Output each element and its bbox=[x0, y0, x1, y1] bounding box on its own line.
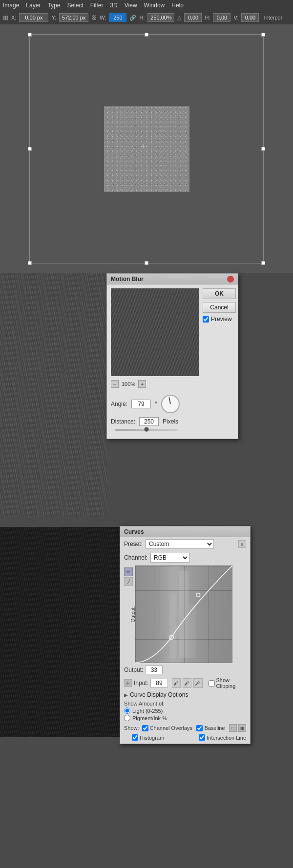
noise-image bbox=[104, 106, 189, 192]
pigment-radio[interactable] bbox=[124, 715, 130, 721]
canvas-area-blur bbox=[0, 273, 107, 517]
handle-bot-right[interactable] bbox=[261, 261, 265, 265]
motion-blur-preview bbox=[111, 288, 199, 376]
handle-mid-right[interactable] bbox=[261, 147, 265, 151]
preset-label: Preset: bbox=[124, 541, 143, 547]
histogram-label: Histogram bbox=[132, 734, 164, 741]
menu-select[interactable]: Select bbox=[67, 2, 83, 9]
curves-result-image bbox=[0, 527, 120, 737]
pigment-option-row: Pigment/Ink % bbox=[124, 715, 246, 721]
handle-top-left[interactable] bbox=[28, 33, 32, 37]
input-group: Input: bbox=[134, 679, 168, 687]
show-clipping-checkbox[interactable] bbox=[209, 680, 215, 686]
channel-overlays-checkbox[interactable] bbox=[142, 725, 148, 731]
show-amount-section: Show Amount of: Light (0-255) Pigment/In… bbox=[120, 699, 250, 723]
rotation-input[interactable] bbox=[184, 13, 202, 22]
display-icon-1[interactable]: □ bbox=[229, 724, 237, 732]
light-option-row: Light (0-255) bbox=[124, 707, 246, 714]
angle-dial[interactable] bbox=[161, 395, 180, 413]
histogram-checkbox[interactable] bbox=[132, 734, 138, 741]
rot-icon: △ bbox=[177, 15, 181, 21]
curves-line bbox=[135, 566, 232, 663]
angle-label: Angle: bbox=[111, 401, 127, 407]
menu-type[interactable]: Type bbox=[47, 2, 60, 9]
menu-view[interactable]: View bbox=[125, 2, 137, 9]
transform-canvas[interactable] bbox=[29, 34, 264, 263]
menu-3d[interactable]: 3D bbox=[110, 2, 117, 9]
menu-help[interactable]: Help bbox=[171, 2, 184, 9]
gray-point-eyedropper[interactable]: 🖋 bbox=[183, 678, 191, 688]
curves-title: Curves bbox=[124, 528, 144, 535]
auto-icon[interactable]: ⊹ bbox=[124, 679, 132, 687]
cancel-button[interactable]: Cancel bbox=[203, 302, 236, 313]
handle-top-center[interactable] bbox=[145, 33, 148, 37]
zoom-out-button[interactable]: − bbox=[111, 380, 119, 388]
transform-icon: ⊞ bbox=[3, 14, 8, 21]
y-input[interactable] bbox=[59, 13, 88, 22]
show-clipping-group: Show Clipping bbox=[209, 677, 247, 689]
zoom-in-button[interactable]: + bbox=[138, 380, 146, 388]
curves-channel-row: Channel: RGB bbox=[120, 551, 250, 565]
ok-button[interactable]: OK bbox=[203, 288, 236, 299]
menu-layer[interactable]: Layer bbox=[26, 2, 41, 9]
input-value[interactable] bbox=[150, 679, 168, 687]
menu-image[interactable]: Image bbox=[3, 2, 19, 9]
v-input[interactable] bbox=[241, 13, 259, 22]
pixels-label: Pixels bbox=[163, 418, 178, 425]
v-label: V: bbox=[233, 15, 238, 20]
preview-label: Preview bbox=[211, 316, 232, 323]
menu-window[interactable]: Window bbox=[144, 2, 165, 9]
handle-bot-center[interactable] bbox=[145, 261, 148, 265]
presets-expand-button[interactable]: ≡ bbox=[238, 540, 246, 548]
curve-display-label: Curve Display Options bbox=[130, 691, 188, 698]
curves-graph[interactable] bbox=[135, 565, 232, 663]
curves-graph-inner bbox=[135, 566, 232, 663]
display-icon-2[interactable]: ▦ bbox=[238, 724, 246, 732]
preset-select[interactable]: Custom bbox=[146, 539, 214, 549]
zoom-value: 100% bbox=[122, 381, 135, 387]
eyedropper-row: ⊹ Input: 🖋 🖋 🖋 Show Clipping bbox=[120, 676, 250, 690]
motion-blur-close-button[interactable] bbox=[227, 276, 234, 283]
h-input[interactable] bbox=[147, 13, 174, 22]
light-radio[interactable] bbox=[124, 707, 130, 714]
canvas-area-top bbox=[0, 24, 293, 273]
slider-thumb[interactable] bbox=[144, 427, 149, 432]
expand-arrow[interactable]: ▶ bbox=[124, 692, 128, 698]
w-input[interactable] bbox=[109, 13, 126, 22]
deg-symbol: ° bbox=[155, 401, 157, 407]
handle-bot-left[interactable] bbox=[28, 261, 32, 265]
curve-point-tool[interactable]: ╱ bbox=[124, 577, 133, 586]
curve-draw-tool[interactable]: ✏ bbox=[124, 567, 133, 576]
canvas-area-curves bbox=[0, 527, 120, 737]
zoom-controls: − 100% + bbox=[111, 380, 199, 388]
h2-input[interactable] bbox=[213, 13, 230, 22]
y-label: Y: bbox=[51, 15, 56, 20]
distance-input[interactable] bbox=[139, 417, 159, 426]
input-label: Input: bbox=[134, 680, 148, 686]
handle-top-right[interactable] bbox=[261, 33, 265, 37]
show-clipping-label: Show Clipping bbox=[216, 677, 247, 689]
angle-input[interactable] bbox=[131, 400, 151, 408]
handle-mid-left[interactable] bbox=[28, 147, 32, 151]
baseline-checkbox[interactable] bbox=[196, 725, 203, 731]
curves-titlebar: Curves bbox=[120, 526, 250, 537]
adjust-icons: ⊹ bbox=[124, 679, 132, 687]
intersection-label: Intersection Line bbox=[199, 734, 246, 741]
black-point-eyedropper[interactable]: 🖋 bbox=[172, 678, 181, 688]
x-label: X: bbox=[11, 15, 16, 20]
distance-slider[interactable] bbox=[115, 429, 178, 431]
intersection-checkbox[interactable] bbox=[199, 734, 205, 741]
white-point-eyedropper[interactable]: 🖋 bbox=[193, 678, 202, 688]
channel-select[interactable]: RGB bbox=[150, 553, 189, 563]
chain-icon: ⛓ bbox=[91, 15, 97, 20]
menu-bar: Image Layer Type Select Filter 3D View W… bbox=[0, 0, 293, 11]
menu-filter[interactable]: Filter bbox=[90, 2, 104, 9]
curve-display-row: ▶ Curve Display Options bbox=[120, 690, 250, 699]
motion-blur-dialog: Motion Blur − 100% + OK Cancel Preview A… bbox=[106, 273, 238, 439]
blur-preview-image bbox=[111, 288, 199, 376]
x-input[interactable] bbox=[19, 13, 48, 22]
dialog-controls: OK Cancel Preview bbox=[203, 288, 236, 388]
preview-checkbox[interactable] bbox=[203, 316, 209, 323]
output-input[interactable] bbox=[145, 666, 163, 674]
curves-graph-area: ✏ ╱ bbox=[124, 565, 246, 663]
